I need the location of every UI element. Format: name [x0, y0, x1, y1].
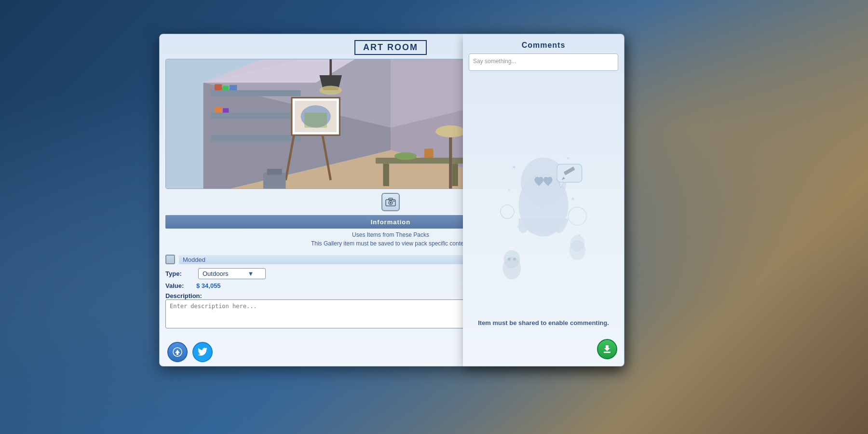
- svg-rect-7: [211, 90, 300, 96]
- svg-rect-9: [211, 135, 300, 141]
- svg-marker-46: [175, 350, 180, 353]
- svg-text:★: ★: [570, 196, 575, 202]
- svg-rect-26: [424, 149, 434, 158]
- svg-point-44: [393, 201, 395, 202]
- comments-input[interactable]: Say something...: [469, 54, 618, 71]
- twitter-icon: [198, 348, 207, 356]
- camera-icon: [385, 198, 396, 206]
- download-icon: [602, 344, 612, 354]
- svg-point-62: [504, 250, 520, 269]
- svg-rect-12: [230, 85, 237, 90]
- upload-button[interactable]: [167, 342, 188, 362]
- svg-rect-57: [557, 164, 582, 183]
- svg-rect-43: [389, 198, 393, 200]
- svg-rect-23: [383, 163, 389, 186]
- type-label: Type:: [165, 270, 194, 277]
- svg-rect-14: [223, 108, 229, 112]
- dropdown-arrow-icon: ▼: [247, 270, 254, 277]
- value-amount: $ 34,055: [196, 282, 221, 289]
- comments-title: Comments: [463, 34, 624, 54]
- modded-checkbox[interactable]: [165, 255, 175, 264]
- twitter-button[interactable]: [192, 342, 213, 362]
- svg-rect-39: [267, 169, 282, 175]
- svg-point-68: [569, 207, 587, 226]
- value-label: Value:: [165, 282, 194, 289]
- camera-button[interactable]: [381, 193, 400, 211]
- svg-point-28: [435, 125, 465, 137]
- svg-point-34: [319, 86, 342, 95]
- svg-rect-13: [215, 107, 222, 112]
- svg-point-63: [508, 258, 511, 261]
- type-dropdown[interactable]: Outdoors ▼: [198, 268, 266, 279]
- comments-illustration: ★ ★ ★ ★ ★ ★ ★: [463, 71, 624, 366]
- modal-title: ART ROOM: [354, 40, 427, 55]
- info-header-text: Information: [371, 218, 411, 226]
- comments-empty-message: Item must be shared to enable commenting…: [478, 319, 609, 327]
- svg-text:★: ★: [512, 164, 516, 170]
- upload-icon: [173, 347, 182, 357]
- svg-rect-70: [604, 352, 610, 353]
- svg-text:★: ★: [566, 156, 570, 161]
- svg-rect-8: [211, 113, 300, 119]
- svg-rect-21: [304, 113, 327, 128]
- svg-point-67: [501, 205, 514, 218]
- ghost-svg: ★ ★ ★ ★ ★ ★ ★: [495, 146, 592, 291]
- svg-rect-11: [223, 86, 229, 90]
- download-button[interactable]: [597, 339, 617, 359]
- svg-rect-38: [263, 173, 286, 189]
- comments-panel: Comments Say something... ★ ★ ★ ★ ★ ★ ★: [463, 34, 624, 366]
- svg-rect-47: [176, 353, 178, 355]
- svg-point-42: [390, 202, 392, 204]
- svg-text:★: ★: [507, 188, 511, 192]
- svg-marker-69: [604, 345, 610, 351]
- svg-rect-24: [452, 163, 458, 186]
- type-value: Outdoors: [203, 270, 228, 277]
- svg-point-66: [570, 235, 584, 252]
- svg-rect-10: [215, 84, 222, 90]
- svg-point-64: [513, 258, 516, 261]
- svg-point-25: [394, 152, 417, 160]
